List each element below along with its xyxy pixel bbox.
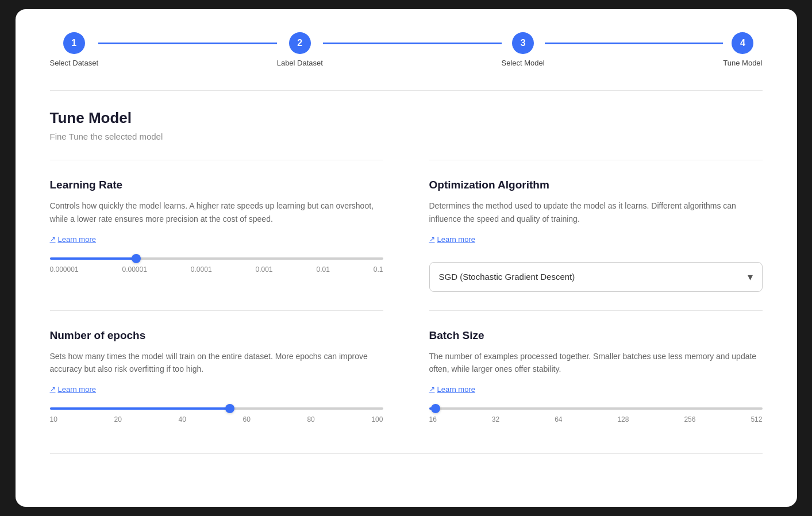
learning-rate-section: Learning Rate Controls how quickly the m… xyxy=(50,160,383,310)
dropdown-arrow-icon: ▾ xyxy=(748,271,753,283)
learn-more-icon-oa: ↗ xyxy=(429,235,435,243)
step-line-3 xyxy=(545,43,724,44)
learning-rate-fill xyxy=(50,257,137,260)
learning-rate-learn-more[interactable]: ↗ Learn more xyxy=(50,235,96,244)
optimization-algorithm-dropdown[interactable]: SGD (Stochastic Gradient Descent) ▾ xyxy=(429,262,763,292)
epochs-section: Number of epochs Sets how many times the… xyxy=(50,310,383,442)
optimization-algorithm-desc: Determines the method used to update the… xyxy=(429,199,763,225)
step-4-label: Tune Model xyxy=(723,59,762,67)
learning-rate-thumb[interactable] xyxy=(132,254,141,263)
learn-more-icon-lr: ↗ xyxy=(50,235,56,243)
step-line-2 xyxy=(323,43,502,44)
stepper: 1 Select Dataset 2 Label Dataset 3 Selec… xyxy=(50,32,763,67)
step-3-circle: 3 xyxy=(512,32,534,54)
learn-more-icon-ep: ↗ xyxy=(50,385,56,393)
step-2-circle: 2 xyxy=(289,32,311,54)
batch-size-slider[interactable]: 16 32 64 128 256 512 xyxy=(429,407,763,423)
epochs-track xyxy=(50,407,383,410)
step-1-circle: 1 xyxy=(63,32,85,54)
epochs-thumb[interactable] xyxy=(225,404,234,413)
learning-rate-slider[interactable]: 0.000001 0.00001 0.0001 0.001 0.01 0.1 xyxy=(50,257,383,274)
page-title: Tune Model xyxy=(50,109,763,127)
batch-size-desc: The number of examples processed togethe… xyxy=(429,350,763,376)
step-line-1 xyxy=(98,43,277,44)
learn-more-icon-bs: ↗ xyxy=(429,385,435,393)
step-3: 3 Select Model xyxy=(502,32,545,67)
step-2: 2 Label Dataset xyxy=(277,32,323,67)
step-2-label: Label Dataset xyxy=(277,59,323,67)
optimization-algorithm-section: Optimization Algorithm Determines the me… xyxy=(429,160,763,310)
batch-size-track xyxy=(429,407,763,410)
epochs-slider[interactable]: 10 20 40 60 80 100 xyxy=(50,407,383,423)
learning-rate-labels: 0.000001 0.00001 0.0001 0.001 0.01 0.1 xyxy=(50,265,383,274)
learning-rate-track xyxy=(50,257,383,260)
step-3-label: Select Model xyxy=(502,59,545,67)
page-header: Tune Model Fine Tune the selected model xyxy=(50,109,763,141)
step-1-label: Select Dataset xyxy=(50,59,99,67)
batch-size-labels: 16 32 64 128 256 512 xyxy=(429,415,763,423)
main-card: 1 Select Dataset 2 Label Dataset 3 Selec… xyxy=(16,9,797,507)
epochs-fill xyxy=(50,407,230,410)
top-divider xyxy=(50,90,763,91)
step-4: 4 Tune Model xyxy=(723,32,762,67)
learning-rate-title: Learning Rate xyxy=(50,179,383,191)
batch-size-title: Batch Size xyxy=(429,329,763,342)
step-1: 1 Select Dataset xyxy=(50,32,99,67)
epochs-learn-more[interactable]: ↗ Learn more xyxy=(50,385,96,394)
step-4-circle: 4 xyxy=(732,32,753,54)
epochs-labels: 10 20 40 60 80 100 xyxy=(50,415,383,423)
params-grid: Learning Rate Controls how quickly the m… xyxy=(50,160,763,442)
learning-rate-desc: Controls how quickly the model learns. A… xyxy=(50,199,383,225)
batch-size-section: Batch Size The number of examples proces… xyxy=(429,310,763,442)
optimization-algorithm-learn-more[interactable]: ↗ Learn more xyxy=(429,235,475,244)
dropdown-value: SGD (Stochastic Gradient Descent) xyxy=(439,272,575,282)
batch-size-thumb[interactable] xyxy=(431,404,440,413)
page-subtitle: Fine Tune the selected model xyxy=(50,132,763,141)
batch-size-learn-more[interactable]: ↗ Learn more xyxy=(429,385,475,394)
optimization-algorithm-title: Optimization Algorithm xyxy=(429,179,763,191)
epochs-desc: Sets how many times the model will train… xyxy=(50,350,383,376)
bottom-divider xyxy=(50,453,763,454)
epochs-title: Number of epochs xyxy=(50,329,383,342)
